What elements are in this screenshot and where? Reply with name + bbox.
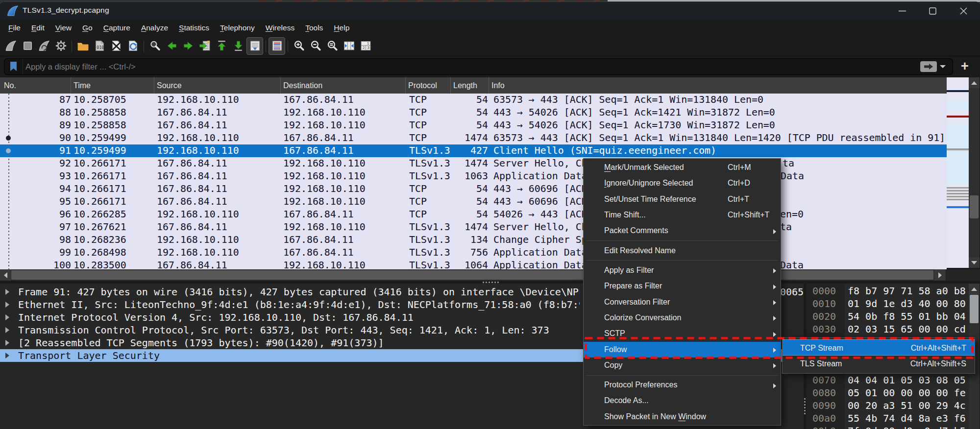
menu-view[interactable]: View xyxy=(50,20,77,36)
zoom-out-icon[interactable] xyxy=(307,37,324,55)
scroll-up-icon[interactable] xyxy=(969,77,980,88)
packet-row-100[interactable]: 100 10.283500 167.86.84.11 192.168.10.11… xyxy=(0,259,947,269)
menu-help[interactable]: Help xyxy=(328,20,355,36)
menu-telephony[interactable]: Telephony xyxy=(215,20,260,36)
filter-add-button[interactable]: + xyxy=(956,58,973,75)
packet-row-98[interactable]: 98 10.268236 192.168.10.110 167.86.84.11… xyxy=(0,234,947,246)
context-menu-item-show-packet[interactable]: Show Packet in New Window xyxy=(584,409,781,425)
packet-row-89[interactable]: 89 10.258858 167.86.84.11 192.168.10.110… xyxy=(0,119,947,132)
go-to-packet-icon[interactable] xyxy=(196,37,213,55)
auto-scroll-icon[interactable] xyxy=(246,37,263,55)
hex-row-00b0[interactable]: 00b0 7f 0d 00 d0 c0 d7 b5 xyxy=(807,425,969,429)
packet-row-95[interactable]: 95 10.266171 167.86.84.11 192.168.10.110… xyxy=(0,195,947,208)
stop-capture-icon[interactable] xyxy=(19,37,36,55)
scroll-up-icon[interactable] xyxy=(969,284,980,294)
column-header-destination[interactable]: Destination xyxy=(283,77,322,94)
packet-list-hscrollbar[interactable] xyxy=(0,269,946,281)
hex-row-0030[interactable]: 0030 02 03 15 65 00 00 cd xyxy=(807,323,969,335)
restart-capture-icon[interactable] xyxy=(36,37,52,55)
display-filter-field[interactable] xyxy=(4,58,953,75)
packet-row-94[interactable]: 94 10.266171 167.86.84.11 192.168.10.110… xyxy=(0,183,947,195)
packet-row-96[interactable]: 96 10.266285 192.168.10.110 167.86.84.11… xyxy=(0,208,947,221)
context-menu-item-time-reference[interactable]: Set/Unset Time Reference Ctrl+T xyxy=(584,191,781,207)
context-menu-item-time-shift[interactable]: Time Shift... Ctrl+Shift+T xyxy=(584,207,781,223)
hex-row-0080[interactable]: 0080 05 01 00 00 00 00 fe xyxy=(807,386,969,399)
menu-go[interactable]: Go xyxy=(77,20,98,36)
menu-capture[interactable]: Capture xyxy=(98,20,136,36)
go-forward-icon[interactable] xyxy=(180,37,196,55)
menu-file[interactable]: File xyxy=(3,20,26,36)
hex-row-0070[interactable]: 0070 04 04 01 05 03 08 05 xyxy=(807,374,969,386)
packet-list-scrollbar[interactable] xyxy=(969,77,980,268)
column-header-no[interactable]: No. xyxy=(4,77,16,94)
expander-icon[interactable] xyxy=(5,302,9,308)
hex-row-0090[interactable]: 0090 00 20 a3 51 00 29 4c xyxy=(807,399,969,412)
packet-row-91-selected[interactable]: 91 10.259499 192.168.10.110 167.86.84.11… xyxy=(0,144,947,157)
context-menu-item-conversation-filter[interactable]: Conversation Filter xyxy=(584,294,781,310)
reload-file-icon[interactable] xyxy=(124,37,141,55)
context-menu-item-protocol-preferences[interactable]: Protocol Preferences xyxy=(584,377,781,393)
filter-dropdown-caret[interactable] xyxy=(940,65,946,68)
go-last-packet-icon[interactable] xyxy=(230,37,246,55)
menu-tools[interactable]: Tools xyxy=(300,20,328,36)
start-capture-icon[interactable] xyxy=(2,37,19,55)
packet-row-87[interactable]: 87 10.258705 192.168.10.110 167.86.84.11… xyxy=(0,94,947,106)
menu-analyze[interactable]: Analyze xyxy=(136,20,173,36)
expander-icon[interactable] xyxy=(5,340,9,346)
packet-row-93[interactable]: 93 10.266171 167.86.84.11 192.168.10.110… xyxy=(0,170,947,183)
hex-row-00a0[interactable]: 00a0 55 4b 74 d4 8a e3 f6 xyxy=(807,412,969,425)
go-first-packet-icon[interactable] xyxy=(213,37,230,55)
column-header-source[interactable]: Source xyxy=(157,77,182,94)
hex-row-0020[interactable]: 0020 54 0b f8 55 01 bb 04 xyxy=(807,310,969,323)
zoom-in-icon[interactable] xyxy=(291,37,307,55)
context-menu-item-copy[interactable]: Copy xyxy=(584,358,781,373)
context-menu-item-decode-as[interactable]: Decode As... xyxy=(584,393,781,408)
hex-row-0000[interactable]: 0000 f8 b7 97 71 58 a0 b8 xyxy=(807,285,969,297)
expander-icon[interactable] xyxy=(5,353,9,358)
scroll-down-icon[interactable] xyxy=(969,257,980,268)
context-menu-item-ignore[interactable]: Ignore/Unignore Selected Ctrl+D xyxy=(584,175,781,191)
menu-edit[interactable]: Edit xyxy=(26,20,50,36)
packet-row-90[interactable]: 90 10.259499 192.168.10.110 167.86.84.11… xyxy=(0,132,947,144)
menu-wireless[interactable]: Wireless xyxy=(260,20,300,36)
hex-row-0010[interactable]: 0010 01 9d 1e d3 40 00 80 xyxy=(807,297,969,310)
scroll-left-icon[interactable] xyxy=(0,269,11,281)
filter-input[interactable] xyxy=(23,62,920,72)
go-back-icon[interactable] xyxy=(163,37,180,55)
column-numbers-icon[interactable]: 123 xyxy=(357,37,374,55)
column-header-protocol[interactable]: Protocol xyxy=(408,77,437,94)
packet-row-92[interactable]: 92 10.266171 167.86.84.11 192.168.10.110… xyxy=(0,157,947,170)
menu-statistics[interactable]: Statistics xyxy=(173,20,215,36)
scroll-right-icon[interactable] xyxy=(934,269,945,281)
packet-row-88[interactable]: 88 10.258858 167.86.84.11 192.168.10.110… xyxy=(0,106,947,119)
column-header-time[interactable]: Time xyxy=(74,77,91,94)
save-file-icon[interactable]: 010 xyxy=(91,37,108,55)
context-menu-item-edit-resolved-name[interactable]: Edit Resolved Name xyxy=(584,243,781,259)
expander-icon[interactable] xyxy=(5,327,9,333)
filter-apply-button[interactable] xyxy=(920,61,937,72)
colorize-packets-icon[interactable] xyxy=(269,37,285,55)
packet-row-99[interactable]: 99 10.268498 192.168.10.110 167.86.84.11… xyxy=(0,246,947,259)
context-menu-item-mark-unmark[interactable]: Mark/Unmark Selected Ctrl+M xyxy=(584,160,781,175)
packet-list-scrollbar-thumb[interactable] xyxy=(970,195,979,218)
resize-columns-icon[interactable] xyxy=(341,37,357,55)
close-icon[interactable] xyxy=(952,2,975,20)
minimize-button[interactable] xyxy=(891,2,913,20)
context-menu-item-colorize-conversation[interactable]: Colorize Conversation xyxy=(584,310,781,326)
column-header-length[interactable]: Length xyxy=(453,77,477,94)
intelligent-scrollbar-minimap[interactable] xyxy=(947,77,969,268)
find-packet-icon[interactable] xyxy=(147,37,163,55)
zoom-reset-icon[interactable] xyxy=(324,37,341,55)
open-file-icon[interactable] xyxy=(74,37,91,55)
filter-bookmark-icon[interactable] xyxy=(4,59,23,74)
packet-row-97[interactable]: 97 10.267621 167.86.84.11 192.168.10.110… xyxy=(0,221,947,234)
expander-icon[interactable] xyxy=(5,289,9,295)
expander-icon[interactable] xyxy=(5,314,9,320)
column-header-info[interactable]: Info xyxy=(491,77,505,94)
context-menu-item-prepare-as-filter[interactable]: Prepare as Filter xyxy=(584,278,781,294)
capture-options-icon[interactable] xyxy=(52,37,69,55)
context-menu-item-packet-comments[interactable]: Packet Comments xyxy=(584,223,781,238)
close-file-icon[interactable] xyxy=(108,37,124,55)
maximize-button[interactable] xyxy=(921,2,944,20)
packet-list-hscrollbar-thumb[interactable] xyxy=(11,270,933,280)
